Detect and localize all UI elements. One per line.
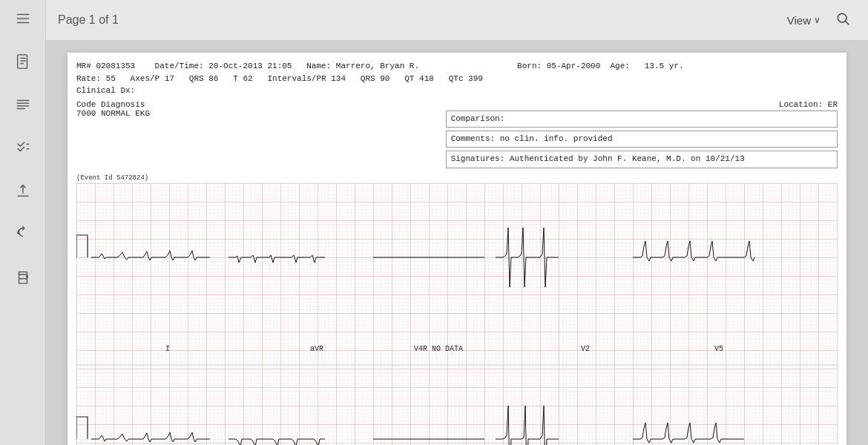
checklist-icon[interactable]: [12, 136, 34, 159]
search-button[interactable]: [832, 8, 853, 33]
svg-rect-3: [17, 55, 27, 68]
content-area: MR# 02081353 Date/Time: 20-Oct-2013 21:0…: [46, 41, 868, 445]
lead-label-V4R: V4R NO DATA: [414, 345, 463, 353]
ecg-waveform-row2: [76, 365, 838, 445]
topbar: Page 1 of 1 View ∨: [46, 0, 868, 41]
sidebar: [0, 0, 46, 445]
main-area: Page 1 of 1 View ∨ MR# 02081353 Date/Tim…: [46, 0, 868, 445]
chevron-down-icon: ∨: [814, 15, 821, 25]
ecg-document: MR# 02081353 Date/Time: 20-Oct-2013 21:0…: [68, 53, 846, 445]
code-label: Code Diagnosis: [76, 100, 438, 109]
topbar-controls: View ∨: [781, 8, 853, 33]
svg-rect-15: [19, 279, 27, 283]
comments-label: Comments: no clin. info. provided: [451, 134, 613, 143]
comparison-box: Comparison:: [446, 111, 838, 128]
comparison-label: Comparison:: [451, 114, 505, 123]
svg-line-18: [846, 21, 849, 24]
event-label: (Event Id 5472824): [76, 174, 838, 182]
view-button[interactable]: View ∨: [781, 11, 826, 30]
rotate-icon[interactable]: [12, 222, 34, 245]
comments-box: Comments: no clin. info. provided: [446, 131, 838, 148]
signature-box: Signatures: Authenticated by John F. Kea…: [446, 151, 838, 168]
ecg-info-boxes: Location: ER Comparison: Comments: no cl…: [446, 100, 838, 171]
svg-point-16: [26, 276, 27, 277]
ecg-grid-section: (Event Id 5472824): [76, 174, 838, 445]
lead-label-V2: V2: [581, 345, 590, 353]
header-line1: MR# 02081353 Date/Time: 20-Oct-2013 21:0…: [76, 60, 838, 73]
code-value: 7000 NORMAL EKG: [76, 109, 438, 118]
menu-icon[interactable]: [12, 7, 34, 30]
ecg-diagnosis-area: Code Diagnosis 7000 NORMAL EKG: [76, 100, 438, 171]
list-icon[interactable]: [12, 93, 34, 116]
view-label: View: [787, 14, 811, 27]
print-icon[interactable]: [12, 266, 34, 288]
document-icon[interactable]: [12, 50, 34, 73]
ecg-grid-container: I aVR V4R NO DATA V2 V5 II aVL V3R NO DA…: [76, 183, 838, 445]
lead-label-I: I: [165, 345, 170, 353]
svg-point-17: [838, 13, 846, 22]
header-line3: Clinical Dx:: [76, 85, 838, 97]
lead-label-aVR: aVR: [310, 345, 323, 353]
location: Location: ER: [446, 100, 838, 109]
header-line2: Rate: 55 Axes/P 17 QRS 86 T 62 Intervals…: [76, 73, 838, 85]
signature-label: Signatures: Authenticated by John F. Kea…: [451, 154, 745, 163]
page-title: Page 1 of 1: [58, 13, 119, 27]
ecg-header: MR# 02081353 Date/Time: 20-Oct-2013 21:0…: [76, 60, 838, 97]
upload-icon[interactable]: [12, 179, 34, 202]
lead-label-V5: V5: [714, 345, 723, 353]
